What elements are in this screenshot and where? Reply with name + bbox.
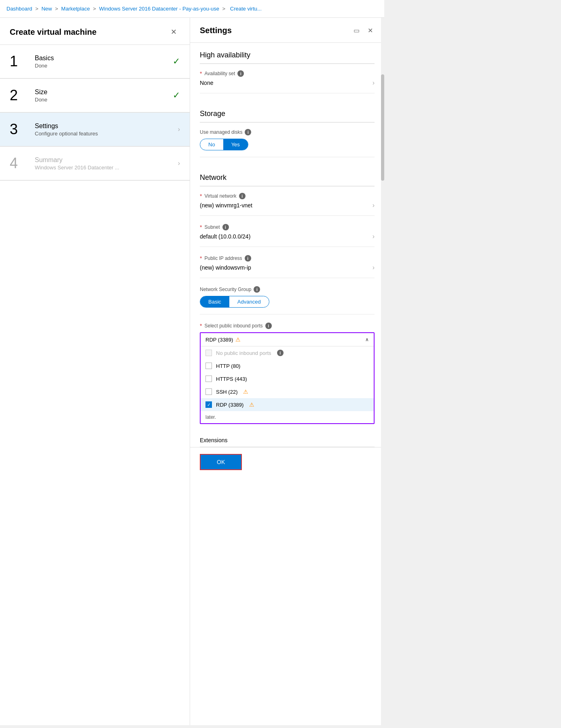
step-4-info: Summary Windows Server 2016 Datacenter .… [35, 156, 178, 171]
port-rdp-checkbox: ✓ [205, 401, 212, 408]
public-ip-required-star: * [200, 255, 202, 262]
select-ports-label: * Select public inbound ports i [200, 323, 375, 329]
ssh-warning-icon: ⚠ [243, 388, 248, 395]
breadcrumb-dashboard[interactable]: Dashboard [6, 6, 32, 12]
nsg-basic-button[interactable]: Basic [200, 296, 229, 307]
right-panel: Settings ▭ ✕ High availability * Availab… [190, 18, 384, 725]
wizard-title: Create virtual machine [10, 27, 97, 37]
ports-dropdown: RDP (3389) ⚠ ∧ No public inbound ports i [200, 332, 375, 424]
public-ip-value-row[interactable]: (new) windowsvm-ip › [200, 264, 375, 271]
public-ip-info-icon[interactable]: i [245, 255, 251, 262]
managed-disks-toggle: No Yes [200, 139, 248, 150]
scrollbar-track [381, 18, 384, 725]
step-2-info: Size Done [35, 89, 173, 103]
extensions-section-title: Extensions [200, 430, 375, 447]
breadcrumb: Dashboard > New > Marketplace > Windows … [0, 0, 384, 18]
right-panel-header: Settings ▭ ✕ [190, 18, 384, 43]
port-none-label: No public inbound ports [216, 350, 271, 356]
steps-container: 1 Basics Done ✓ 2 Size Done ✓ [0, 45, 190, 181]
port-option-https[interactable]: HTTPS (443) [201, 372, 374, 385]
managed-disks-label: Use managed disks i [200, 129, 375, 135]
step-1-subtitle: Done [35, 63, 173, 69]
availability-set-value: None [200, 80, 213, 86]
ok-button[interactable]: OK [200, 454, 242, 470]
step-1-number: 1 [10, 53, 30, 70]
availability-set-field: * Availability set i None › [200, 70, 375, 93]
settings-content: High availability * Availability set i N… [190, 43, 384, 447]
close-wizard-button[interactable]: ✕ [167, 26, 180, 38]
step-1[interactable]: 1 Basics Done ✓ [0, 45, 190, 78]
step-3-info: Settings Configure optional features [35, 122, 178, 137]
select-ports-info-icon[interactable]: i [265, 323, 272, 329]
managed-disks-yes-button[interactable]: Yes [223, 139, 248, 150]
managed-disks-info-icon[interactable]: i [245, 129, 251, 135]
ports-dropdown-hint: later. [201, 411, 374, 423]
managed-disks-label-text: Use managed disks [200, 129, 242, 135]
subnet-field: * Subnet i default (10.0.0.0/24) › [200, 224, 375, 247]
subnet-chevron-icon: › [373, 233, 375, 240]
public-ip-field: * Public IP address i (new) windowsvm-ip… [200, 255, 375, 278]
managed-disks-field: Use managed disks i No Yes [200, 129, 375, 157]
availability-set-label-text: Availability set [204, 71, 235, 76]
virtual-network-label-text: Virtual network [204, 193, 236, 199]
port-none-info-icon[interactable]: i [277, 350, 284, 356]
subnet-required-star: * [200, 224, 202, 230]
close-panel-button[interactable]: ✕ [366, 25, 375, 36]
nsg-toggle: Basic Advanced [200, 296, 269, 308]
maximize-button[interactable]: ▭ [352, 25, 361, 36]
subnet-label: * Subnet i [200, 224, 375, 230]
network-section-title: Network [200, 165, 375, 186]
public-ip-chevron-icon: › [373, 264, 375, 271]
subnet-value-row[interactable]: default (10.0.0.0/24) › [200, 233, 375, 240]
select-ports-label-text: Select public inbound ports [204, 323, 263, 329]
step-4-chevron-icon: › [178, 160, 180, 167]
step-3-subtitle: Configure optional features [35, 131, 178, 137]
left-panel: Create virtual machine ✕ 1 Basics Done ✓… [0, 18, 190, 725]
port-option-rdp[interactable]: ✓ RDP (3389) ⚠ [201, 398, 374, 411]
availability-set-value-row[interactable]: None › [200, 79, 375, 87]
port-option-http[interactable]: HTTP (80) [201, 359, 374, 372]
availability-set-chevron-icon: › [373, 79, 375, 87]
rdp-warning-icon-2: ⚠ [249, 401, 254, 408]
port-https-label: HTTPS (443) [216, 376, 247, 382]
nsg-info-icon[interactable]: i [254, 286, 260, 293]
step-3-chevron-icon: › [178, 126, 180, 133]
ports-dropdown-body: No public inbound ports i HTTP (80) HTTP… [201, 346, 374, 423]
ports-dropdown-header[interactable]: RDP (3389) ⚠ ∧ [201, 333, 374, 346]
divider-4-end [0, 180, 190, 181]
step-2[interactable]: 2 Size Done ✓ [0, 79, 190, 112]
step-3-number: 3 [10, 121, 30, 138]
breadcrumb-new[interactable]: New [41, 6, 52, 12]
managed-disks-no-button[interactable]: No [200, 139, 223, 150]
port-option-ssh[interactable]: SSH (22) ⚠ [201, 385, 374, 398]
availability-set-required-star: * [200, 70, 202, 77]
port-option-none[interactable]: No public inbound ports i [201, 346, 374, 359]
ports-dropdown-chevron-icon: ∧ [365, 337, 369, 342]
step-1-info: Basics Done [35, 55, 173, 69]
step-3[interactable]: 3 Settings Configure optional features › [0, 113, 190, 146]
subnet-info-icon[interactable]: i [222, 224, 229, 230]
step-2-check-icon: ✓ [173, 90, 180, 101]
breadcrumb-marketplace[interactable]: Marketplace [61, 6, 90, 12]
step-4-title: Summary [35, 156, 178, 164]
port-none-checkbox [205, 350, 212, 356]
breadcrumb-product[interactable]: Windows Server 2016 Datacenter - Pay-as-… [99, 6, 219, 12]
subnet-value: default (10.0.0.0/24) [200, 233, 250, 240]
port-ssh-label: SSH (22) [216, 389, 237, 395]
availability-set-label: * Availability set i [200, 70, 375, 77]
availability-set-info-icon[interactable]: i [237, 70, 244, 77]
virtual-network-label: * Virtual network i [200, 193, 375, 199]
step-4[interactable]: 4 Summary Windows Server 2016 Datacenter… [0, 147, 190, 180]
public-ip-label: * Public IP address i [200, 255, 375, 262]
settings-panel-title: Settings [200, 26, 232, 35]
nsg-advanced-button[interactable]: Advanced [229, 296, 269, 307]
virtual-network-value-row[interactable]: (new) winvmrg1-vnet › [200, 202, 375, 209]
ports-dropdown-current-value: RDP (3389) ⚠ [205, 336, 241, 343]
select-ports-required-star: * [200, 323, 202, 329]
port-https-checkbox [205, 376, 212, 382]
step-2-title: Size [35, 89, 173, 96]
step-1-check-icon: ✓ [173, 56, 180, 67]
scrollbar-thumb[interactable] [381, 74, 384, 181]
virtual-network-info-icon[interactable]: i [239, 193, 246, 199]
port-rdp-label: RDP (3389) [216, 402, 243, 408]
